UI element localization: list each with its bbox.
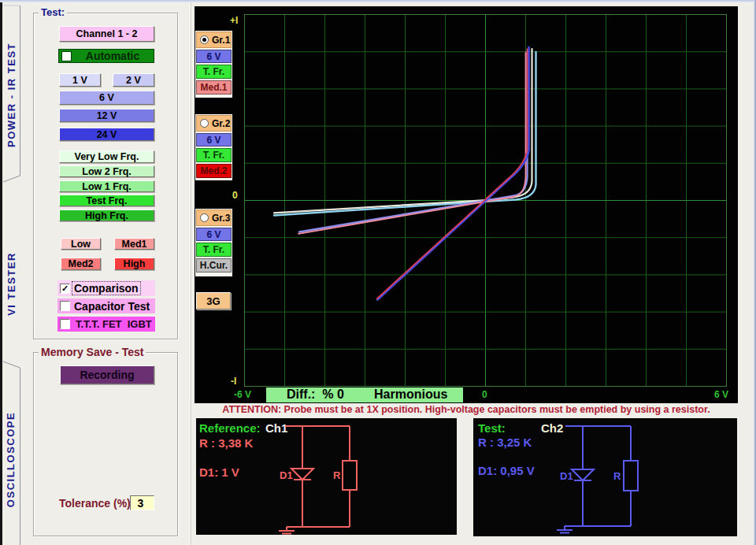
voltage-1v-button[interactable]: 1 V [59,73,101,87]
automatic-checkbox-label: Automatic [72,50,154,62]
group1-voltage-button[interactable]: 6 V [196,50,232,63]
panel-divider-shadow [191,2,191,545]
voltage-2v-button[interactable]: 2 V [113,73,154,87]
group2-radio[interactable]: Gr.2 [196,115,232,132]
group2-current-button[interactable]: Med.2 [196,164,232,178]
comparison-checkbox-label: Comparison [72,282,140,295]
3g-button[interactable]: 3G [196,292,231,310]
current-med2-button[interactable]: Med2 [61,258,101,270]
reference-circuit-diagram [196,418,457,535]
diff-status-bar: Diff.: % 0 Harmonious [266,387,463,402]
group3-freq-button[interactable]: T. Fr. [196,243,232,257]
group3-current-button[interactable]: H.Cur. [196,258,232,272]
capacitor-test-checkbox-box[interactable] [60,301,70,311]
harmonious-status: Harmonious [374,387,447,402]
current-high-button[interactable]: High [114,258,154,270]
group1-radio-label: Gr.1 [212,35,230,46]
voltage-12v-button[interactable]: 12 V [59,109,154,122]
memory-save-groupbox-title: Memory Save - Test [39,346,146,358]
freq-high-button[interactable]: High Frq. [59,209,154,221]
freq-very-low-button[interactable]: Very Low Frq. [59,150,154,163]
scope-label-zero: 0 [232,190,238,201]
group1-radio[interactable]: Gr.1 [196,32,232,48]
vi-tester-window: { "tabs": [ { "label": "POWER - IR TEST"… [0,0,756,545]
group2-freq-button[interactable]: T. Fr. [196,148,232,162]
scope-panel: +I 0 -I -6 V 0 6 V Diff.: % 0 Harmonious… [195,6,738,403]
freq-low1-button[interactable]: Low 1 Frq. [59,180,154,192]
group3-radio[interactable]: Gr.3 [196,209,232,226]
scope-label-6v: 6 V [714,389,728,400]
freq-low2-button[interactable]: Low 2 Frq. [59,165,154,177]
tab-vi-tester-label: VI TESTER [6,252,17,316]
tolerance-label: Tolerance (%) [59,497,131,510]
reference-circuit-panel: Reference: Ch1 R : 3,38 K D1: 1 V D1 R [196,418,457,535]
comparison-checkbox-box[interactable]: ✓ [60,284,70,294]
test-circuit-diagram [473,418,737,536]
attention-warning: ATTENTION: Probe must be at 1X position.… [195,404,738,415]
capacitor-test-checkbox-label: Capacitor Test [74,300,150,313]
tab-power-ir-test[interactable]: POWER - IR TEST [1,9,21,180]
tab-oscilloscope-label: OSCILLOSCOPE [6,411,17,506]
scope-label-plus-i: +I [230,15,238,26]
voltage-24v-button[interactable]: 24 V [59,128,154,141]
scope-label-minus-6v: -6 V [234,389,251,400]
scope-label-0v: 0 [482,389,487,400]
diff-value: Diff.: % 0 [287,387,344,402]
group2-radio-icon [200,119,209,128]
current-low-button[interactable]: Low [61,238,101,250]
freq-test-button[interactable]: Test Frq. [59,195,154,206]
capacitor-test-checkbox[interactable]: Capacitor Test [57,298,155,313]
window-top-edge [0,0,756,2]
group3-controls: Gr.3 6 V T. Fr. H.Cur. [195,209,232,276]
group2-voltage-button[interactable]: 6 V [196,133,232,146]
voltage-6v-button[interactable]: 6 V [59,91,154,105]
group3-voltage-button[interactable]: 6 V [196,228,232,241]
scope-label-minus-i: -I [231,376,236,387]
group2-radio-label: Gr.2 [212,118,230,129]
group2-controls: Gr.2 6 V T. Fr. Med.2 [195,114,232,180]
ttt-fet-igbt-checkbox[interactable]: T.T.T. FET IGBT [57,317,155,332]
group1-controls: Gr.1 6 V T. Fr. Med.1 [195,31,232,98]
ttt-fet-igbt-checkbox-box[interactable] [60,319,70,329]
test-groupbox-title: Test: [39,6,67,18]
vi-curve-plot [244,14,727,387]
automatic-checkbox-box[interactable] [61,51,72,61]
test-circuit-panel: Test: Ch2 R : 3,25 K D1: 0,95 V D1 R [473,418,737,536]
tolerance-input[interactable] [130,495,154,510]
group1-freq-button[interactable]: T. Fr. [196,65,232,79]
recording-button[interactable]: Recording [60,365,154,384]
tab-oscilloscope[interactable]: OSCILLOSCOPE [1,376,21,542]
channel-1-2-button[interactable]: Channel 1 - 2 [59,26,154,42]
comparison-checkbox[interactable]: ✓ Comparison [57,280,155,296]
panel-divider [189,2,190,545]
current-med1-button[interactable]: Med1 [114,238,154,250]
group1-current-button[interactable]: Med.1 [196,80,232,95]
group3-radio-icon [200,213,209,222]
tab-vi-tester[interactable]: VI TESTER [1,193,21,374]
tab-power-ir-test-label: POWER - IR TEST [6,43,17,147]
ttt-fet-igbt-checkbox-label: T.T.T. FET IGBT [76,318,152,330]
automatic-checkbox[interactable]: Automatic [58,49,154,63]
group3-radio-label: Gr.3 [212,213,230,224]
group1-radio-icon [200,35,209,44]
